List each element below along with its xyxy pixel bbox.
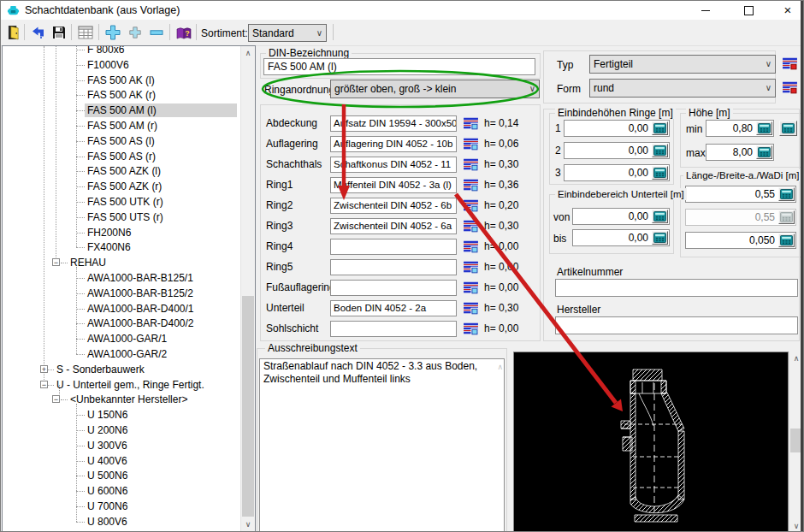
tree-expander-plus-icon[interactable]: + [40, 365, 48, 373]
table-view-button[interactable] [76, 23, 95, 42]
scrollbar-thumb[interactable] [242, 296, 254, 517]
tree-item[interactable]: FAS 500 AZK (l) [3, 163, 228, 179]
component-row-input[interactable]: Auflagering DIN 4052 - 10b [330, 136, 457, 152]
tree-expander-minus-icon[interactable]: − [52, 395, 60, 403]
tree-item[interactable]: FX400N6 [3, 239, 228, 255]
calculator-button[interactable] [778, 233, 795, 247]
select-from-list-button[interactable] [463, 117, 480, 131]
wanddicke-field[interactable]: 0,050 [685, 232, 796, 249]
tree-item[interactable]: U 700N6 [3, 499, 228, 514]
component-row-input[interactable] [330, 239, 457, 255]
typ-select-list-button[interactable] [780, 56, 799, 71]
select-from-list-button[interactable] [463, 220, 480, 233]
select-from-list-button[interactable] [463, 199, 480, 213]
component-row-input[interactable]: Schaftkonus DIN 4052 - 11 [330, 157, 457, 173]
scroll-down-icon[interactable]: ∨ [241, 517, 255, 531]
ausschreibungstext-textarea[interactable]: Straßenablauf nach DIN 4052 - 3.3 aus Bo… [259, 358, 505, 532]
tree-item[interactable]: AWA1000-BAR-D400/2 [3, 316, 228, 331]
tree-item[interactable]: FAS 500 AM (l) [3, 103, 228, 118]
exit-button[interactable] [4, 23, 23, 42]
tree-item[interactable]: FAS 500 AZK (r) [3, 179, 228, 194]
select-from-list-button[interactable] [463, 240, 480, 254]
calculator-button[interactable] [652, 166, 668, 180]
select-from-list-button[interactable] [463, 179, 480, 192]
tree-item[interactable]: +S - Sonderbauwerk [3, 362, 228, 377]
tree-item[interactable]: U 200N6 [3, 423, 228, 438]
calculator-button[interactable] [756, 145, 772, 159]
tree-item[interactable]: FAS 500 UTS (r) [3, 210, 228, 225]
maximize-button[interactable] [735, 1, 762, 20]
tree-item[interactable]: AWA1000-BAR-B125/1 [3, 270, 228, 286]
einbindehoehe-3-field[interactable]: 0,00 [564, 164, 670, 181]
component-row-input[interactable]: Muffenteil DIN 4052 - 3a (l) [330, 177, 457, 193]
tree-item[interactable]: FAS 500 AK (r) [3, 87, 228, 103]
laenge-field[interactable]: 0,55 [685, 186, 796, 203]
component-row-input[interactable]: Aufsatz DIN 19594 - 300x500 [330, 115, 457, 132]
tree-item[interactable]: U 600N6 [3, 483, 228, 499]
von-field[interactable]: 0,00 [572, 208, 670, 225]
add-entry-button[interactable] [103, 23, 122, 42]
einbindehoehe-2-field[interactable]: 0,00 [564, 142, 670, 159]
calculator-button[interactable] [652, 121, 668, 135]
component-row-input[interactable] [330, 259, 457, 275]
component-row-input[interactable]: Zwischenteil DIN 4052 - 6b [330, 198, 457, 214]
tree-item[interactable]: −REHAU [3, 255, 228, 270]
help-button[interactable]: ? [174, 23, 193, 42]
component-row-input[interactable] [330, 321, 457, 337]
component-row-input[interactable]: Boden DIN 4052 - 2a [330, 300, 457, 316]
tree-item[interactable]: −U - Unterteil gem., Ringe Fertigt. [3, 377, 228, 393]
tree-item[interactable]: FAS 500 UTK (r) [3, 194, 228, 210]
tree-item[interactable]: AWA1000-BAR-B125/2 [3, 286, 228, 301]
hoehe-max-field[interactable]: 8,00 [706, 144, 774, 161]
tree-item[interactable]: U 400V6 [3, 453, 228, 469]
sortiment-combobox[interactable]: Standard ∨ [248, 24, 327, 42]
select-from-list-button[interactable] [463, 138, 480, 151]
tree-item[interactable]: F1000V6 [3, 57, 228, 73]
select-from-list-button[interactable] [463, 322, 480, 336]
einbindehoehe-1-field[interactable]: 0,00 [564, 120, 670, 137]
tree-item[interactable]: AWA1000-BAR-D400/1 [3, 301, 228, 316]
calculator-button[interactable] [652, 231, 668, 245]
calculator-button[interactable] [652, 144, 668, 157]
calculator-button[interactable] [778, 187, 795, 201]
tree-item[interactable]: FH200N6 [3, 225, 228, 240]
tree-item[interactable]: U 500N6 [3, 468, 228, 483]
select-from-list-button[interactable] [463, 281, 480, 295]
minimize-button[interactable] [692, 1, 719, 20]
save-button[interactable] [50, 23, 68, 42]
close-button[interactable]: × [774, 1, 801, 20]
din-input[interactable]: FAS 500 AM (l) [263, 58, 535, 75]
tree-item[interactable]: AWA1000-GAR/1 [3, 331, 228, 346]
scroll-up-icon[interactable]: ∧ [241, 46, 255, 60]
tree-item[interactable]: AWA1000-GAR/2 [3, 346, 228, 362]
tree-item[interactable]: U 300V6 [3, 438, 228, 453]
ringanordnung-combobox[interactable]: größter oben, groß -> klein ∨ [330, 80, 540, 98]
component-row-input[interactable] [330, 280, 457, 296]
select-from-list-button[interactable] [463, 158, 480, 172]
tree-expander-minus-icon[interactable]: − [52, 258, 60, 266]
select-from-list-button[interactable] [463, 302, 480, 316]
tree-item[interactable]: FAS 500 AS (r) [3, 149, 228, 164]
calculator-button[interactable] [652, 210, 668, 223]
tree-expander-minus-icon[interactable]: − [40, 381, 48, 388]
remove-entry-button[interactable] [147, 23, 166, 42]
form-select-list-button[interactable] [780, 80, 799, 95]
tree-item[interactable]: FAS 500 AK (l) [3, 73, 228, 88]
bis-field[interactable]: 0,00 [572, 229, 670, 246]
tree-item[interactable]: −<Unbekannter Hersteller> [3, 392, 228, 407]
tree-item[interactable]: U 800V6 [3, 514, 228, 529]
select-from-list-button[interactable] [463, 261, 480, 275]
form-combobox[interactable]: rund ∨ [589, 79, 776, 98]
undo-button[interactable] [29, 23, 48, 42]
tree-scrollbar[interactable]: ∧ ∨ [240, 46, 255, 531]
tree-item[interactable]: FAS 500 AM (r) [3, 118, 228, 133]
tree-item[interactable]: F 800x6 [3, 45, 228, 57]
typ-combobox[interactable]: Fertigteil ∨ [589, 55, 776, 74]
tree-item[interactable]: FAS 500 AS (l) [3, 133, 228, 149]
component-row-input[interactable]: Zwischenteil DIN 4052 - 6a [330, 218, 457, 234]
hoehe-calculator-button[interactable] [779, 121, 797, 136]
add-sub-entry-button[interactable] [126, 23, 145, 42]
artikelnummer-input[interactable] [555, 279, 798, 297]
calculator-button[interactable] [756, 121, 772, 135]
tree-item[interactable]: U 150N6 [3, 407, 228, 423]
